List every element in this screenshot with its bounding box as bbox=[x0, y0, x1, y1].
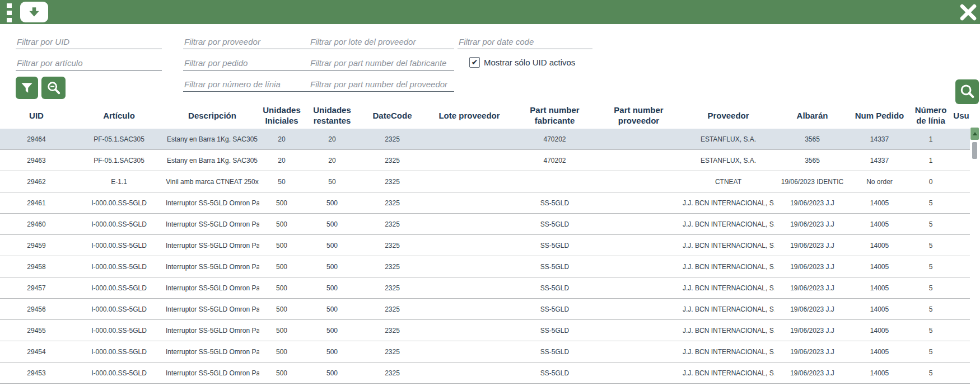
cell-proveedor: ESTANFLUX, S.A. bbox=[682, 150, 774, 171]
cell-albaran: 19/06/2023 J.J bbox=[774, 320, 850, 341]
clear-search-button[interactable] bbox=[41, 77, 66, 99]
table-row[interactable]: 29456I-000.00.SS-5GLDInterruptor SS-5GLD… bbox=[0, 299, 970, 320]
menu-dots-icon[interactable] bbox=[7, 3, 12, 21]
filter-pn-proveedor-input[interactable] bbox=[309, 77, 454, 92]
cell-numero-linia: 5 bbox=[909, 341, 953, 363]
table-row[interactable]: 29457I-000.00.SS-5GLDInterruptor SS-5GLD… bbox=[0, 277, 970, 299]
cell-numero-linia: 5 bbox=[909, 363, 953, 384]
cell-descripcion: Vinil amb marca CTNEAT 250x bbox=[165, 171, 259, 192]
cell-albaran: 19/06/2023 J.J bbox=[774, 256, 850, 277]
table-row[interactable]: 29453I-000.00.SS-5GLDInterruptor SS-5GLD… bbox=[0, 363, 970, 384]
checkbox-check-icon: ✔ bbox=[469, 57, 480, 68]
apply-filter-button[interactable] bbox=[16, 77, 38, 99]
cell-uid: 29456 bbox=[0, 299, 73, 320]
cell-proveedor: J.J. BCN INTERNACIONAL, S. bbox=[682, 320, 774, 341]
cell-num-pedido: 14005 bbox=[850, 363, 909, 384]
cell-numero-linia: 1 bbox=[909, 150, 953, 171]
cell-numero-linia: 5 bbox=[909, 256, 953, 277]
cell-unid-restantes: 20 bbox=[304, 150, 360, 171]
filter-articulo-input[interactable] bbox=[16, 56, 162, 70]
column-header-articulo[interactable]: Artículo bbox=[73, 103, 165, 129]
cell-descripcion: Interruptor SS-5GLD Omron Pa bbox=[165, 277, 259, 299]
cell-usuario bbox=[953, 277, 970, 299]
cell-unid-restantes: 500 bbox=[304, 214, 360, 235]
column-header-usuario[interactable]: Usu bbox=[953, 103, 970, 129]
cell-descripcion: Interruptor SS-5GLD Omron Pa bbox=[165, 214, 259, 235]
cell-unid-iniciales: 500 bbox=[259, 256, 304, 277]
table-row[interactable]: 29458I-000.00.SS-5GLDInterruptor SS-5GLD… bbox=[0, 256, 970, 277]
cell-albaran: 19/06/2023 J.J bbox=[774, 341, 850, 363]
cell-uid: 29461 bbox=[0, 192, 73, 214]
title-bar bbox=[0, 0, 980, 24]
column-header-unid-iniciales[interactable]: Unidades Iniciales bbox=[259, 103, 304, 129]
download-icon bbox=[27, 5, 41, 20]
table-row[interactable]: 29461I-000.00.SS-5GLDInterruptor SS-5GLD… bbox=[0, 192, 970, 214]
cell-usuario bbox=[953, 299, 970, 320]
download-button[interactable] bbox=[20, 2, 48, 22]
cell-num-pedido: 14005 bbox=[850, 299, 909, 320]
cell-uid: 29455 bbox=[0, 320, 73, 341]
cell-unid-iniciales: 500 bbox=[259, 192, 304, 214]
scrollbar-up-button[interactable] bbox=[970, 128, 979, 140]
cell-uid: 29457 bbox=[0, 277, 73, 299]
cell-numero-linia: 5 bbox=[909, 214, 953, 235]
scrollbar-thumb[interactable] bbox=[972, 142, 977, 159]
table-row[interactable]: 29462E-1.1Vinil amb marca CTNEAT 250x505… bbox=[0, 171, 970, 192]
column-header-lote-proveedor[interactable]: Lote proveedor bbox=[424, 103, 514, 129]
cell-uid: 29453 bbox=[0, 363, 73, 384]
column-header-proveedor[interactable]: Proveedor bbox=[682, 103, 774, 129]
close-button[interactable] bbox=[959, 3, 978, 22]
cell-uid: 29464 bbox=[0, 129, 73, 150]
cell-articulo: I-000.00.SS-5GLD bbox=[73, 341, 165, 363]
column-header-albaran[interactable]: Albarán bbox=[774, 103, 850, 129]
cell-proveedor: CTNEAT bbox=[682, 171, 774, 192]
table-row[interactable]: 29455I-000.00.SS-5GLDInterruptor SS-5GLD… bbox=[0, 320, 970, 341]
cell-usuario bbox=[953, 129, 970, 150]
uid-table: UIDArtículoDescripciónUnidades Iniciales… bbox=[0, 103, 970, 386]
cell-datecode: 2325 bbox=[360, 192, 424, 214]
table-row[interactable]: 29454I-000.00.SS-5GLDInterruptor SS-5GLD… bbox=[0, 341, 970, 363]
column-header-uid[interactable]: UID bbox=[0, 103, 73, 129]
cell-datecode: 2325 bbox=[360, 129, 424, 150]
table-row[interactable]: 29463PF-05.1.SAC305Estany en Barra 1Kg. … bbox=[0, 150, 970, 171]
cell-lote-proveedor bbox=[424, 214, 514, 235]
cell-uid: 29458 bbox=[0, 256, 73, 277]
cell-usuario bbox=[953, 256, 970, 277]
column-header-numero-linia[interactable]: Número de línia bbox=[909, 103, 953, 129]
cell-proveedor: J.J. BCN INTERNACIONAL, S. bbox=[682, 256, 774, 277]
filter-uid-input[interactable] bbox=[16, 35, 162, 49]
cell-uid: 29459 bbox=[0, 235, 73, 256]
column-header-descripcion[interactable]: Descripción bbox=[165, 103, 259, 129]
cell-pn-proveedor bbox=[595, 299, 682, 320]
column-header-pn-proveedor[interactable]: Part number proveedor bbox=[595, 103, 682, 129]
cell-datecode: 2325 bbox=[360, 277, 424, 299]
cell-num-pedido: 14005 bbox=[850, 320, 909, 341]
filter-date-code-input[interactable] bbox=[458, 35, 592, 49]
cell-pn-fabricante: SS-5GLD bbox=[514, 341, 595, 363]
cell-pn-fabricante bbox=[514, 171, 595, 192]
column-header-datecode[interactable]: DateCode bbox=[360, 103, 424, 129]
search-button[interactable] bbox=[955, 79, 979, 104]
cell-usuario bbox=[953, 192, 970, 214]
cell-numero-linia: 5 bbox=[909, 192, 953, 214]
column-header-pn-fabricante[interactable]: Part number fabricante bbox=[514, 103, 595, 129]
filter-pn-fabricante-input[interactable] bbox=[309, 56, 454, 70]
cell-numero-linia: 0 bbox=[909, 171, 953, 192]
cell-unid-restantes: 20 bbox=[304, 129, 360, 150]
cell-lote-proveedor bbox=[424, 277, 514, 299]
cell-numero-linia: 5 bbox=[909, 299, 953, 320]
column-header-num-pedido[interactable]: Num Pedido bbox=[850, 103, 909, 129]
cell-unid-iniciales: 20 bbox=[259, 129, 304, 150]
column-header-unid-restantes[interactable]: Unidades restantes bbox=[304, 103, 360, 129]
cell-pn-proveedor bbox=[595, 363, 682, 384]
table-row[interactable]: 29460I-000.00.SS-5GLDInterruptor SS-5GLD… bbox=[0, 214, 970, 235]
cell-datecode: 2325 bbox=[360, 341, 424, 363]
filter-lote-proveedor-input[interactable] bbox=[309, 35, 454, 49]
table-row[interactable]: 29459I-000.00.SS-5GLDInterruptor SS-5GLD… bbox=[0, 235, 970, 256]
cell-lote-proveedor bbox=[424, 299, 514, 320]
cell-pn-proveedor bbox=[595, 320, 682, 341]
table-row[interactable]: 29464PF-05.1.SAC305Estany en Barra 1Kg. … bbox=[0, 129, 970, 150]
show-active-uid-checkbox[interactable]: ✔ Mostrar sólo UID activos bbox=[469, 57, 575, 68]
cell-unid-iniciales: 500 bbox=[259, 320, 304, 341]
cell-unid-iniciales: 500 bbox=[259, 299, 304, 320]
